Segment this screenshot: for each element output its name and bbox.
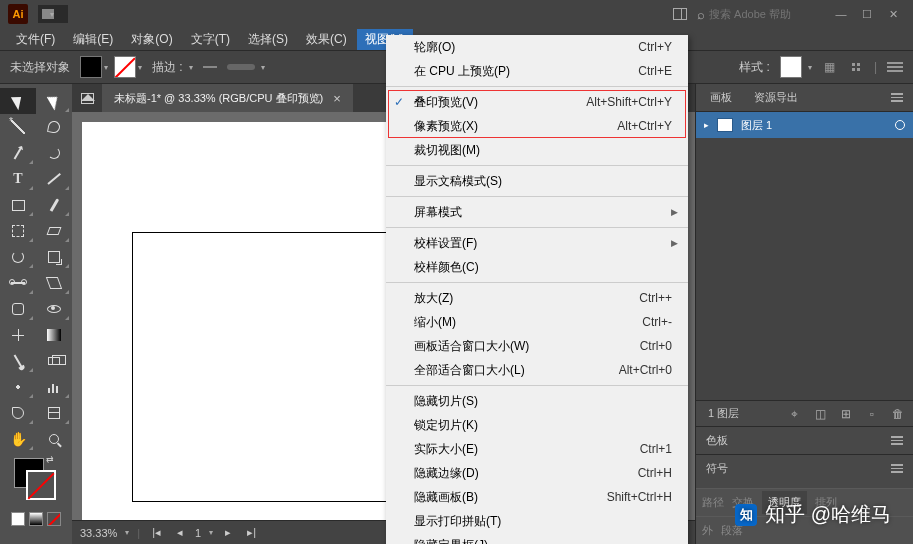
menu-effect[interactable]: 效果(C) (298, 29, 355, 50)
menu-item[interactable]: 实际大小(E)Ctrl+1 (386, 437, 688, 461)
none-mode-button[interactable] (47, 512, 61, 526)
new-layer-icon[interactable]: ▫ (865, 407, 879, 421)
shape-builder-tool[interactable] (0, 296, 36, 322)
menu-item[interactable]: 隐藏画板(B)Shift+Ctrl+H (386, 485, 688, 509)
gradient-mode-button[interactable] (29, 512, 43, 526)
tab-appearance[interactable]: 外 (702, 523, 713, 538)
last-artboard-button[interactable]: ▸| (243, 526, 260, 539)
first-artboard-button[interactable]: |◂ (148, 526, 165, 539)
layer-expand-icon[interactable]: ▸ (704, 120, 709, 130)
close-tab-icon[interactable]: × (333, 91, 341, 106)
stroke-swatch[interactable] (114, 56, 136, 78)
symbols-panel-tab[interactable]: 符号 (696, 454, 913, 482)
preferences-icon[interactable] (887, 59, 903, 75)
swatches-panel-tab[interactable]: 色板 (696, 426, 913, 454)
gradient-tool[interactable] (36, 322, 72, 348)
rectangle-tool[interactable] (0, 192, 36, 218)
curvature-tool[interactable] (36, 140, 72, 166)
artboard-tool[interactable] (0, 400, 36, 426)
menu-item[interactable]: 显示打印拼贴(T) (386, 509, 688, 533)
free-transform-tool[interactable] (36, 270, 72, 296)
home-tab[interactable] (72, 84, 102, 112)
pen-tool[interactable] (0, 140, 36, 166)
minimize-button[interactable]: — (829, 5, 853, 23)
menu-item[interactable]: 全部适合窗口大小(L)Alt+Ctrl+0 (386, 358, 688, 382)
menu-object[interactable]: 对象(O) (123, 29, 180, 50)
menu-item[interactable]: 轮廓(O)Ctrl+Y (386, 35, 688, 59)
fill-stroke-indicator[interactable]: ⇄ (0, 452, 72, 512)
menu-item[interactable]: 显示文稿模式(S) (386, 169, 688, 193)
menu-item[interactable]: 校样颜色(C) (386, 255, 688, 279)
help-search-input[interactable] (709, 8, 809, 20)
menu-type[interactable]: 文字(T) (183, 29, 238, 50)
locate-layer-icon[interactable]: ⌖ (787, 407, 801, 421)
menu-item[interactable]: 缩小(M)Ctrl+- (386, 310, 688, 334)
artboard-index[interactable]: 1 (195, 527, 201, 539)
width-tool[interactable] (0, 270, 36, 296)
graphic-style-swatch[interactable] (780, 56, 802, 78)
mesh-tool[interactable] (0, 322, 36, 348)
tab-artboards[interactable]: 画板 (706, 88, 736, 107)
menu-item[interactable]: 画板适合窗口大小(W)Ctrl+0 (386, 334, 688, 358)
hand-tool[interactable]: ✋ (0, 426, 36, 452)
tab-pathfinder[interactable]: 路径 (702, 495, 724, 510)
stroke-weight-dropdown[interactable]: ▾ (189, 63, 193, 72)
menu-edit[interactable]: 编辑(E) (65, 29, 121, 50)
help-search[interactable]: ⌕ (697, 7, 809, 22)
line-segment-tool[interactable] (36, 166, 72, 192)
align-icon[interactable] (848, 59, 864, 75)
zoom-level[interactable]: 33.33% (80, 527, 117, 539)
menu-item[interactable]: 裁切视图(M) (386, 138, 688, 162)
magic-wand-tool[interactable] (0, 114, 36, 140)
delete-layer-icon[interactable]: 🗑 (891, 407, 905, 421)
doc-setup-icon[interactable]: ▦ (822, 59, 838, 75)
menu-item[interactable]: ✓叠印预览(V)Alt+Shift+Ctrl+Y (386, 90, 688, 114)
next-artboard-button[interactable]: ▸ (221, 526, 235, 539)
rotate-tool[interactable] (0, 244, 36, 270)
menu-item[interactable]: 屏幕模式▶ (386, 200, 688, 224)
zoom-tool[interactable] (36, 426, 72, 452)
paintbrush-tool[interactable] (36, 192, 72, 218)
column-graph-tool[interactable] (36, 374, 72, 400)
panel-menu-icon[interactable] (883, 464, 903, 473)
zoom-dropdown-icon[interactable]: ▾ (125, 528, 129, 537)
panel-menu-icon[interactable] (883, 93, 903, 102)
menu-file[interactable]: 文件(F) (8, 29, 63, 50)
menu-item[interactable]: 在 CPU 上预览(P)Ctrl+E (386, 59, 688, 83)
lasso-tool[interactable] (36, 114, 72, 140)
layer-name[interactable]: 图层 1 (741, 118, 772, 133)
prev-artboard-button[interactable]: ◂ (173, 526, 187, 539)
workspace-switcher[interactable]: ▾ (38, 5, 68, 23)
type-tool[interactable]: T (0, 166, 36, 192)
stroke-color[interactable] (26, 470, 56, 500)
tab-asset-export[interactable]: 资源导出 (750, 88, 802, 107)
menu-item[interactable]: 校样设置(F)▶ (386, 231, 688, 255)
perspective-grid-tool[interactable] (36, 296, 72, 322)
layer-row[interactable]: ▸ 图层 1 (696, 112, 913, 138)
eyedropper-tool[interactable] (0, 348, 36, 374)
menu-item[interactable]: 隐藏边缘(D)Ctrl+H (386, 461, 688, 485)
scale-tool[interactable] (36, 244, 72, 270)
menu-item[interactable]: 锁定切片(K) (386, 413, 688, 437)
selection-tool[interactable] (0, 88, 36, 114)
arrange-documents-icon[interactable] (673, 8, 687, 20)
panel-menu-icon[interactable] (883, 436, 903, 445)
layer-target-icon[interactable] (895, 120, 905, 130)
slice-tool[interactable] (36, 400, 72, 426)
blend-tool[interactable] (36, 348, 72, 374)
swap-fill-stroke-icon[interactable]: ⇄ (46, 454, 54, 464)
variable-width-profile[interactable] (227, 64, 255, 70)
direct-selection-tool[interactable] (36, 88, 72, 114)
menu-item[interactable]: 放大(Z)Ctrl++ (386, 286, 688, 310)
symbol-sprayer-tool[interactable] (0, 374, 36, 400)
make-clipping-mask-icon[interactable]: ◫ (813, 407, 827, 421)
document-tab[interactable]: 未标题-1* @ 33.33% (RGB/CPU 叠印预览) × (102, 84, 353, 112)
shaper-tool[interactable] (0, 218, 36, 244)
eraser-tool[interactable] (36, 218, 72, 244)
create-sublayer-icon[interactable]: ⊞ (839, 407, 853, 421)
fill-swatch[interactable] (80, 56, 102, 78)
close-button[interactable]: ✕ (881, 5, 905, 23)
menu-item[interactable]: 隐藏切片(S) (386, 389, 688, 413)
menu-item[interactable]: 隐藏定界框(J) (386, 533, 688, 544)
menu-item[interactable]: 像素预览(X)Alt+Ctrl+Y (386, 114, 688, 138)
